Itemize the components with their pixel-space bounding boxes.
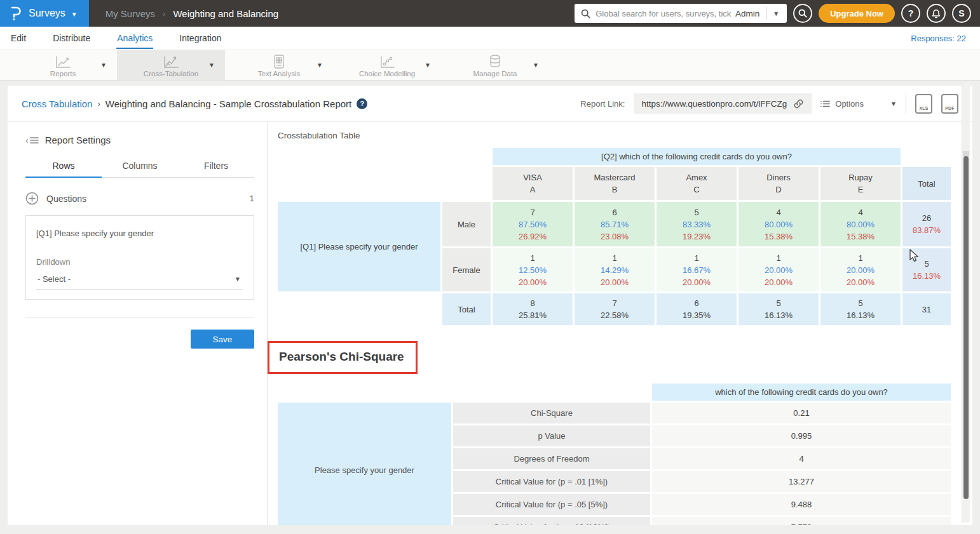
toolbar-item-manage-data[interactable]: Manage Data ▼: [441, 50, 549, 80]
product-switcher[interactable]: Surveys ▼: [0, 0, 89, 27]
grand-total-cell: 31: [902, 293, 951, 325]
metric-label: Degrees of Freedom: [453, 448, 650, 469]
top-bar: Surveys ▼ My Surveys › Weighting and Bal…: [0, 0, 980, 27]
export-xls-button[interactable]: XLS: [915, 94, 932, 114]
column-name: Diners: [738, 171, 819, 184]
data-cell: 1 20.00% 20.00%: [820, 248, 901, 291]
row-total-cell: 26 83.87%: [902, 202, 951, 246]
drilldown-select[interactable]: - Select - ▼: [36, 267, 243, 290]
export-pdf-button[interactable]: PDF: [941, 94, 958, 114]
nav-item-edit[interactable]: Edit: [10, 27, 27, 49]
metric-label: p Value: [453, 425, 650, 446]
responses-count[interactable]: Responses: 22: [911, 34, 966, 43]
total-cell: 5 16.13%: [738, 293, 819, 325]
cell-count: 1: [575, 252, 655, 264]
cell-pct: 25.81%: [493, 309, 573, 321]
notifications-button[interactable]: [927, 4, 946, 23]
metric-value: 9.488: [652, 494, 951, 515]
total-cell: 5 16.13%: [820, 293, 901, 325]
link-icon[interactable]: [793, 98, 804, 109]
report-content: Cross Tabulation › Weighting and Balanci…: [8, 86, 972, 525]
help-button[interactable]: ?: [901, 4, 920, 23]
row-label-male: Male: [442, 202, 491, 246]
toolbar-item-choice-modelling[interactable]: Choice Modelling ▼: [333, 50, 441, 80]
account-avatar[interactable]: S: [952, 4, 971, 23]
app-window: Surveys ▼ My Surveys › Weighting and Bal…: [0, 0, 980, 534]
questions-count-badge: 1: [249, 194, 254, 203]
vertical-scrollbar-thumb[interactable]: [963, 156, 969, 499]
cell-count: 1: [657, 252, 737, 264]
nav-item-distribute[interactable]: Distribute: [52, 27, 91, 49]
toolbar-item-label: Choice Modelling: [359, 70, 415, 77]
data-cell: 5 83.33% 19.23%: [657, 202, 737, 246]
report-header-actions: Report Link: https://www.questionpro.com…: [580, 93, 958, 114]
cell-count: 8: [493, 297, 573, 309]
cross-tabulation-link[interactable]: Cross Tabulation: [22, 98, 92, 109]
chevron-down-icon[interactable]: ▼: [425, 62, 431, 69]
add-question-icon[interactable]: [25, 192, 39, 205]
report-link-label: Report Link:: [580, 99, 625, 109]
cell-count: 7: [575, 297, 655, 309]
breadcrumb-my-surveys[interactable]: My Surveys: [105, 8, 155, 19]
chevron-down-icon[interactable]: ▼: [316, 62, 323, 69]
tab-columns[interactable]: Columns: [102, 161, 178, 177]
tab-filters[interactable]: Filters: [178, 161, 254, 177]
global-search-input[interactable]: [595, 9, 732, 18]
cell-total-pct: 16.13%: [902, 270, 951, 282]
divider: [25, 317, 254, 318]
chi-row-label: Please specify your gender: [278, 403, 451, 525]
cell-col-pct: 20.00%: [575, 276, 655, 288]
column-header-total: Total: [902, 167, 951, 200]
tab-rows[interactable]: Rows: [25, 161, 102, 178]
list-icon: [820, 100, 830, 108]
metric-value: 0.995: [652, 425, 951, 446]
row-total-cell: 5 16.13%: [902, 248, 951, 291]
database-icon: [487, 54, 503, 69]
column-header-visa: VISA A: [493, 167, 573, 200]
search-submit-button[interactable]: [793, 4, 812, 23]
question-card: [Q1] Please specify your gender Drilldow…: [25, 215, 254, 300]
drilldown-selected-value: - Select -: [37, 274, 71, 284]
nav-item-analytics[interactable]: Analytics: [116, 27, 153, 49]
cell-pct: 16.13%: [738, 309, 819, 321]
column-code: D: [738, 184, 819, 196]
row-question-cell: [Q1] Please specify your gender: [278, 202, 440, 291]
data-cell: 1 14.29% 20.00%: [575, 248, 655, 291]
column-header-mastercard: Mastercard B: [575, 167, 655, 200]
report-help-icon[interactable]: ?: [357, 98, 367, 109]
search-scope-caret-icon[interactable]: ▼: [766, 10, 782, 17]
data-cell: 1 12.50% 20.00%: [493, 248, 573, 291]
cell-row-pct: 12.50%: [493, 264, 573, 276]
toolbar-item-text-analysis[interactable]: Text Analysis ▼: [225, 50, 333, 80]
settings-tabs: Rows Columns Filters: [25, 161, 254, 178]
questions-label: Questions: [46, 194, 86, 204]
cell-row-pct: 80.00%: [738, 218, 819, 230]
nav-item-integration[interactable]: Integration: [179, 27, 222, 49]
toolbar-item-reports[interactable]: Reports ▼: [9, 50, 117, 80]
column-code: E: [820, 184, 901, 196]
crosstab-section-title: Crosstabulation Table: [278, 131, 972, 140]
report-settings-panel: ‹ Report Settings Rows Columns Filters: [8, 122, 268, 525]
report-url-field[interactable]: https://www.questionpro.com/t/lFFCZg: [634, 93, 812, 114]
cell-count: 5: [738, 297, 819, 309]
search-scope-label: Admin: [732, 9, 766, 18]
empty-cell: [278, 293, 440, 325]
line-chart-icon: [163, 54, 179, 69]
collapse-panel-icon[interactable]: ‹: [25, 135, 39, 145]
chevron-down-icon[interactable]: ▼: [100, 62, 107, 69]
crosstabulation-table: [Q2] which of the following credit cards…: [276, 146, 953, 327]
empty-cell: [902, 148, 951, 165]
toolbar-item-cross-tabulation[interactable]: Cross-Tabulation ▼: [117, 50, 225, 80]
toolbar-item-label: Reports: [50, 70, 76, 77]
cell-count: 5: [902, 258, 951, 270]
upgrade-now-button[interactable]: Upgrade Now: [819, 4, 895, 23]
empty-cell: [453, 384, 650, 401]
save-button[interactable]: Save: [191, 330, 254, 349]
chevron-down-icon[interactable]: ▼: [533, 62, 539, 69]
options-dropdown[interactable]: Options ▼: [820, 99, 897, 109]
report-url[interactable]: https://www.questionpro.com/t/lFFCZg: [641, 99, 787, 109]
cell-count: 1: [738, 252, 819, 264]
toolbar-item-label: Cross-Tabulation: [144, 70, 198, 77]
scatter-chart-icon: [379, 54, 395, 69]
chevron-down-icon[interactable]: ▼: [208, 62, 215, 69]
